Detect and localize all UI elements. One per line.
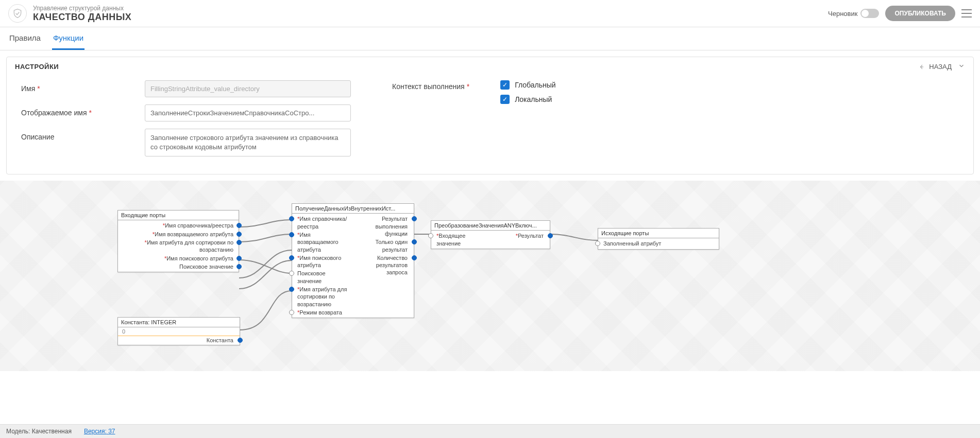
node-header: Исходящие порты bbox=[598, 229, 719, 238]
settings-panel: НАСТРОЙКИ НАЗАД Имя* FillingStringAttrib… bbox=[6, 57, 974, 174]
panel-title: НАСТРОЙКИ bbox=[15, 63, 59, 71]
check-icon: ✓ bbox=[500, 95, 510, 104]
checkbox-global[interactable]: ✓ Глобальный bbox=[500, 80, 555, 90]
port-in[interactable]: *Имя справочника/реестра bbox=[292, 215, 356, 231]
desc-field[interactable]: Заполнение строкового атрибута значением… bbox=[145, 129, 351, 156]
context-label: Контекст выполнения* bbox=[392, 80, 469, 91]
node-header: ПолучениеДанныхИзВнутреннихИст... bbox=[292, 204, 414, 214]
port-out[interactable]: *Имя поискового атрибута bbox=[118, 254, 239, 262]
draft-toggle[interactable]: Черновик bbox=[828, 9, 879, 18]
node-header: ПреобразованиеЗначенияANYВключ... bbox=[431, 221, 550, 231]
graph-canvas[interactable]: Входящие порты *Имя справочника/реестра … bbox=[0, 181, 980, 371]
global-label: Глобальный bbox=[515, 81, 555, 89]
app-header: Управление структурой данных КАЧЕСТВО ДА… bbox=[0, 0, 980, 27]
port-out[interactable]: Количество результатов запроса bbox=[356, 254, 414, 277]
node-constant[interactable]: Константа: INTEGER 0 Константа bbox=[117, 317, 240, 345]
port-out[interactable]: *Результат bbox=[491, 232, 550, 240]
shield-icon bbox=[8, 4, 27, 23]
constant-value: 0 bbox=[118, 327, 240, 336]
desc-label: Описание bbox=[21, 129, 145, 141]
publish-button[interactable]: ОПУБЛИКОВАТЬ bbox=[885, 6, 955, 21]
display-label: Отображаемое имя* bbox=[21, 104, 145, 117]
port-out[interactable]: Поисковое значение bbox=[118, 262, 239, 271]
toggle-switch[interactable] bbox=[860, 9, 879, 18]
back-label: НАЗАД bbox=[929, 63, 952, 71]
local-label: Локальный bbox=[515, 95, 552, 103]
port-in[interactable]: *Имя поискового атрибута bbox=[292, 254, 356, 270]
checkbox-local[interactable]: ✓ Локальный bbox=[500, 95, 555, 104]
name-field: FillingStringAttribute_value_directory bbox=[145, 80, 351, 97]
node-header: Константа: INTEGER bbox=[118, 318, 240, 327]
node-transform[interactable]: ПреобразованиеЗначенияANYВключ... *Входя… bbox=[431, 220, 550, 249]
port-out[interactable]: *Имя справочника/реестра bbox=[118, 221, 239, 230]
port-in[interactable]: *Имя возвращаемого атрибута bbox=[292, 231, 356, 254]
node-fetch[interactable]: ПолучениеДанныхИзВнутреннихИст... *Имя с… bbox=[292, 203, 414, 318]
node-outgoing-ports[interactable]: Исходящие порты Заполненный атрибут bbox=[598, 228, 719, 249]
back-button[interactable]: НАЗАД bbox=[920, 63, 952, 71]
hamburger-icon[interactable] bbox=[961, 9, 972, 17]
node-incoming-ports[interactable]: Входящие порты *Имя справочника/реестра … bbox=[117, 210, 239, 272]
port-in[interactable]: *Режим возврата bbox=[292, 308, 356, 317]
port-in[interactable]: *Имя атрибута для сортировки по возраста… bbox=[292, 285, 356, 308]
tab-functions[interactable]: Функции bbox=[52, 27, 85, 50]
tab-rules[interactable]: Правила bbox=[8, 27, 42, 50]
name-label: Имя* bbox=[21, 80, 145, 93]
display-field[interactable]: ЗаполнениеСтрокиЗначениемСправочникаСоСт… bbox=[145, 104, 351, 121]
tabs: Правила Функции bbox=[0, 27, 980, 50]
port-out[interactable]: *Имя атрибута для сортировки по возраста… bbox=[118, 238, 239, 254]
check-icon: ✓ bbox=[500, 80, 510, 90]
node-header: Входящие порты bbox=[118, 211, 239, 220]
header-subtitle: Управление структурой данных bbox=[33, 5, 828, 12]
port-out[interactable]: *Имя возвращаемого атрибута bbox=[118, 230, 239, 238]
page-title: КАЧЕСТВО ДАННЫХ bbox=[33, 12, 828, 23]
draft-label: Черновик bbox=[828, 10, 857, 17]
chevron-down-icon[interactable] bbox=[958, 62, 965, 71]
port-in[interactable]: *Входящее значение bbox=[431, 232, 491, 248]
port-out[interactable]: Только один результат bbox=[356, 238, 414, 254]
port-out[interactable]: Константа bbox=[118, 336, 240, 344]
port-in[interactable]: Поисковое значение bbox=[292, 269, 356, 285]
port-out[interactable]: Результат выполнения функции bbox=[356, 215, 414, 238]
port-in[interactable]: Заполненный атрибут bbox=[598, 239, 719, 248]
